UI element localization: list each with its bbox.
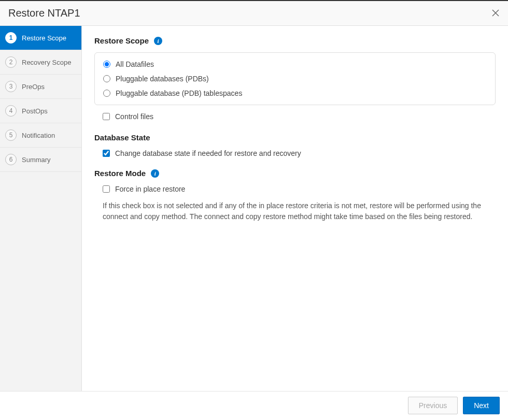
restore-mode-heading: Restore Mode i [94, 169, 496, 178]
step-recovery-scope[interactable]: 2 Recovery Scope [0, 50, 81, 75]
step-number: 2 [5, 56, 17, 68]
restore-scope-section: Restore Scope i All Datafiles Pluggable … [94, 36, 496, 121]
checkbox-label: Force in place restore [115, 185, 185, 193]
step-number: 3 [5, 81, 17, 92]
previous-button[interactable]: Previous [408, 397, 458, 414]
step-notification[interactable]: 5 Notification [0, 123, 81, 148]
radio-label: Pluggable databases (PDBs) [116, 75, 209, 83]
info-icon[interactable]: i [151, 169, 159, 178]
radio-input-pdbs[interactable] [103, 75, 110, 82]
info-icon[interactable]: i [154, 37, 162, 45]
checkbox-change-state[interactable]: Change database state if needed for rest… [103, 149, 496, 157]
wizard-sidebar: 1 Restore Scope 2 Recovery Scope 3 PreOp… [0, 26, 82, 391]
database-state-heading: Database State [94, 133, 496, 142]
restore-scope-heading: Restore Scope i [94, 36, 496, 45]
next-button[interactable]: Next [463, 397, 500, 414]
radio-pdbs[interactable]: Pluggable databases (PDBs) [103, 75, 487, 83]
radio-input-pdb-tablespaces[interactable] [103, 90, 110, 97]
step-label: PostOps [22, 107, 48, 115]
step-label: Restore Scope [22, 34, 66, 42]
radio-input-all-datafiles[interactable] [103, 61, 110, 68]
content-area: Restore Scope i All Datafiles Pluggable … [82, 26, 508, 391]
checkbox-label: Control files [115, 112, 153, 121]
step-label: Recovery Scope [22, 59, 71, 66]
checkbox-label: Change database state if needed for rest… [115, 149, 301, 157]
step-label: Summary [22, 156, 51, 164]
radio-pdb-tablespaces[interactable]: Pluggable database (PDB) tablespaces [103, 89, 487, 97]
step-restore-scope[interactable]: 1 Restore Scope [0, 26, 81, 50]
step-preops[interactable]: 3 PreOps [0, 75, 81, 99]
checkbox-input-change-state[interactable] [103, 150, 110, 157]
restore-scope-radio-group: All Datafiles Pluggable databases (PDBs)… [94, 52, 496, 105]
checkbox-input-force-in-place[interactable] [103, 185, 110, 193]
radio-all-datafiles[interactable]: All Datafiles [103, 60, 487, 68]
step-summary[interactable]: 6 Summary [0, 148, 81, 172]
step-number: 1 [5, 32, 17, 44]
close-icon[interactable] [491, 8, 500, 19]
step-label: PreOps [22, 83, 45, 91]
modal-body: 1 Restore Scope 2 Recovery Scope 3 PreOp… [0, 26, 508, 391]
step-postops[interactable]: 4 PostOps [0, 99, 81, 123]
step-number: 5 [5, 129, 17, 141]
heading-text: Restore Scope [94, 36, 149, 45]
checkbox-input-control-files[interactable] [103, 113, 110, 120]
checkbox-control-files[interactable]: Control files [103, 112, 496, 121]
modal-footer: Previous Next [0, 391, 508, 419]
step-number: 6 [5, 154, 17, 165]
database-state-section: Database State Change database state if … [94, 133, 496, 157]
modal-title: Restore NTAP1 [8, 7, 80, 19]
restore-mode-section: Restore Mode i Force in place restore If… [94, 169, 496, 222]
checkbox-force-in-place[interactable]: Force in place restore [103, 185, 496, 193]
step-label: Notification [22, 132, 55, 139]
heading-text: Restore Mode [94, 169, 146, 178]
radio-label: All Datafiles [116, 60, 154, 68]
step-number: 4 [5, 105, 17, 117]
heading-text: Database State [94, 133, 150, 142]
radio-label: Pluggable database (PDB) tablespaces [116, 89, 242, 97]
modal-header: Restore NTAP1 [0, 1, 508, 26]
restore-mode-help-text: If this check box is not selected and if… [103, 200, 496, 222]
